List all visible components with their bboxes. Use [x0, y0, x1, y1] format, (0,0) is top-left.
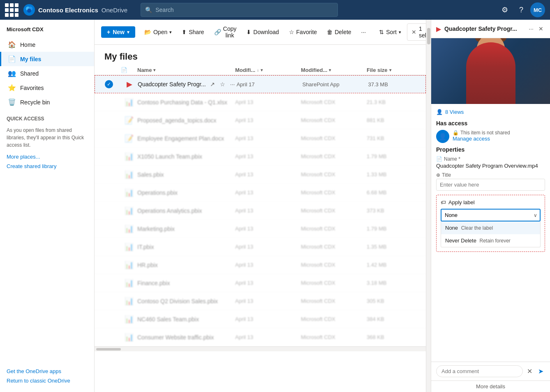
svg-point-2: [27, 9, 31, 13]
file-size: 373 KB: [367, 208, 416, 214]
table-row[interactable]: 📊 Finance.pbix April 13 Microsoft CDX 3.…: [95, 274, 426, 292]
clear-selection-button[interactable]: ✕: [411, 29, 416, 35]
views-count[interactable]: 👤 8 Views: [436, 109, 545, 115]
comment-send-button[interactable]: ➤: [536, 366, 545, 377]
scroll-thumb-x[interactable]: [96, 348, 121, 350]
label-select-wrapper: None Never Delete: [441, 209, 541, 221]
table-row[interactable]: 📝 Employee Engagement Plan.docx April 13…: [95, 129, 426, 148]
file-name-cell: Proposed_agenda_topics.docx: [137, 117, 235, 124]
new-button[interactable]: + New ▾: [101, 26, 135, 38]
table-row[interactable]: 📊 Contoso Purchasing Data - Q1.xlsx Apri…: [95, 93, 426, 111]
table-row[interactable]: 📊 Contoso Q2 Division Sales.pbix April 1…: [95, 292, 426, 310]
star-button[interactable]: ☆: [218, 79, 227, 89]
sidebar-item-shared[interactable]: 👥 Shared: [0, 66, 94, 81]
app-launcher[interactable]: [5, 3, 18, 17]
panel-close-button[interactable]: ✕: [537, 24, 545, 34]
col-header-modified-by[interactable]: Modifi... ↓ ▾: [235, 67, 301, 73]
file-modified: Microsoft CDX: [301, 280, 367, 286]
chevron-down-icon: ▾: [169, 30, 172, 35]
option-label: Never Delete: [445, 238, 476, 244]
more-actions-button[interactable]: ···: [229, 79, 237, 89]
col-header-name[interactable]: Name ▾: [137, 67, 235, 73]
get-apps-link[interactable]: Get the OneDrive apps: [0, 367, 94, 376]
table-row[interactable]: 📝 Proposed_agenda_topics.docx April 13 M…: [95, 111, 426, 129]
table-row[interactable]: 📊 Consumer Website traffic.pbix April 13…: [95, 328, 426, 346]
settings-button[interactable]: ⚙: [497, 2, 512, 17]
return-classic-link[interactable]: Return to classic OneDrive: [0, 376, 94, 389]
comment-cancel-button[interactable]: ✕: [525, 366, 534, 377]
file-size: 21.3 KB: [367, 99, 416, 105]
copy-link-button[interactable]: 🔗 Copy link: [210, 23, 241, 41]
sidebar-item-myfiles[interactable]: 📄 My files: [0, 52, 94, 66]
app-name: OneDrive: [102, 7, 127, 14]
open-in-new-button[interactable]: ↗: [208, 79, 217, 89]
file-size: 1.79 MB: [367, 153, 416, 159]
help-button[interactable]: ?: [514, 2, 529, 17]
file-modified-by: April 13: [235, 244, 301, 250]
scroll-thumb-y[interactable]: [427, 28, 430, 44]
sort-button[interactable]: ⇅ Sort ▾: [375, 26, 405, 38]
search-bar[interactable]: 🔍: [141, 3, 338, 17]
panel-header: ▶ Quadcopter Safety Progr... ··· ✕: [431, 20, 550, 38]
file-name-cell: IT.pbix: [137, 244, 235, 250]
more-button[interactable]: ···: [357, 26, 370, 38]
comment-area: ✕ ➤: [431, 362, 550, 380]
vertical-scrollbar[interactable]: [426, 20, 431, 392]
brand-logo: [23, 4, 35, 16]
col-header-type[interactable]: 📄: [121, 67, 137, 73]
file-name-text: Quadcopter Safety Progr...: [138, 81, 206, 88]
table-row[interactable]: 📊 Operations Analytics.pbix April 13 Mic…: [95, 202, 426, 220]
col-header-size[interactable]: File size ▾: [367, 67, 416, 73]
table-row[interactable]: 📊 Sales.pbix April 13 Microsoft CDX 1.33…: [95, 166, 426, 184]
file-size: 1.79 MB: [367, 226, 416, 232]
user-avatar[interactable]: MC: [530, 2, 545, 17]
horizontal-scrollbar[interactable]: [95, 346, 426, 351]
file-size: 305 KB: [367, 298, 416, 304]
table-row[interactable]: 📊 NC460 Sales Team.pbix April 13 Microso…: [95, 310, 426, 328]
column-headers: 📄 Name ▾ Modifi... ↓ ▾ Modified... ▾ Fil…: [95, 65, 426, 75]
table-row[interactable]: 📊 Operations.pbix April 13 Microsoft CDX…: [95, 184, 426, 202]
table-row[interactable]: 📊 IT.pbix April 13 Microsoft CDX 1.35 MB: [95, 238, 426, 256]
table-row[interactable]: 📊 HR.pbix April 13 Microsoft CDX 1.42 MB: [95, 256, 426, 274]
create-shared-link[interactable]: Create shared library: [0, 161, 94, 171]
comment-input[interactable]: [436, 365, 523, 377]
delete-button[interactable]: 🗑 Delete: [323, 26, 355, 38]
chevron-down-icon: ▾: [329, 68, 331, 72]
file-modified: Microsoft CDX: [301, 117, 367, 123]
table-row[interactable]: 📊 Marketing.pbix April 13 Microsoft CDX …: [95, 220, 426, 238]
shared-icon: 👥: [8, 69, 16, 77]
selection-check[interactable]: ✓: [105, 80, 113, 88]
panel-more-button[interactable]: ···: [527, 24, 535, 34]
file-size: 37.3 MB: [368, 81, 417, 88]
file-modified: Microsoft CDX: [301, 226, 367, 232]
table-row[interactable]: 📊 X1050 Launch Team.pbix April 13 Micros…: [95, 148, 426, 166]
table-row[interactable]: ✓ ▶ Quadcopter Safety Progr... ↗ ☆ ··· A…: [95, 75, 426, 93]
recycle-icon: 🗑️: [8, 98, 16, 106]
favorite-button[interactable]: ☆ Favorite: [285, 26, 321, 38]
toolbar-right: ✕ 1 selected ≡ ▾ ℹ Info: [407, 23, 426, 41]
manage-access-link[interactable]: Manage access: [453, 136, 510, 142]
file-modified: Microsoft CDX: [301, 298, 367, 304]
dropdown-option-never-delete[interactable]: Never Delete Retain forever: [441, 234, 540, 247]
apply-label-header: 🏷 Apply label: [441, 199, 541, 205]
open-icon: 📂: [144, 29, 151, 35]
share-button[interactable]: ⬆ Share: [178, 26, 208, 38]
properties-section: Properties: [436, 146, 545, 153]
download-button[interactable]: ⬇ Download: [242, 26, 283, 38]
sidebar-item-home[interactable]: 🏠 Home: [0, 37, 94, 52]
dropdown-option-none[interactable]: None Clear the label: [441, 221, 540, 234]
title-input[interactable]: [436, 179, 545, 191]
file-modified-by: April 13: [235, 280, 301, 286]
open-button[interactable]: 📂 Open ▾: [140, 26, 176, 38]
sidebar-item-favorites[interactable]: ⭐ Favorites: [0, 81, 94, 95]
more-places-link[interactable]: More places...: [0, 152, 94, 161]
search-input[interactable]: [155, 3, 333, 16]
label-select[interactable]: None Never Delete: [441, 209, 541, 221]
panel-body: 👤 8 Views Has access 👤 🔒 This item is no…: [431, 104, 550, 362]
file-type-icon: 📊: [121, 224, 137, 233]
more-details-link[interactable]: More details: [431, 380, 550, 392]
sidebar-item-recycle[interactable]: 🗑️ Recycle bin: [0, 95, 94, 109]
col-header-modified[interactable]: Modified... ▾: [301, 67, 367, 73]
sidebar-item-label: My files: [20, 56, 41, 62]
file-modified: Microsoft CDX: [301, 334, 367, 340]
